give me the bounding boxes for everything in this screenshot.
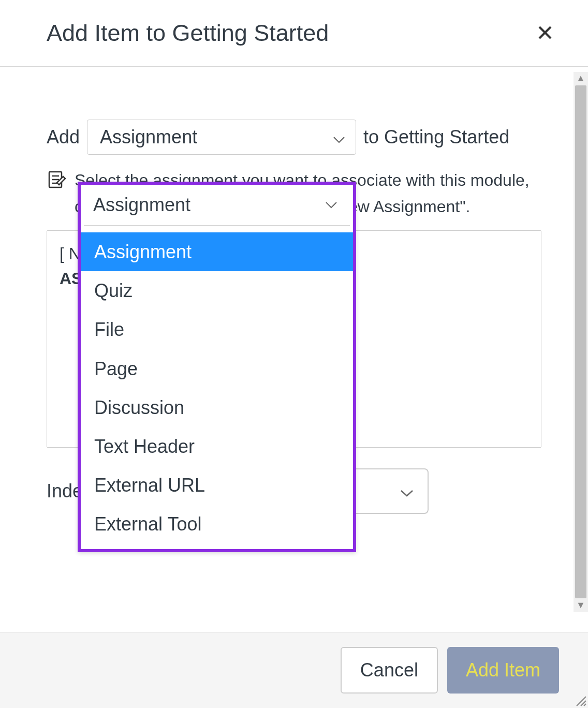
resize-grip[interactable] (574, 694, 587, 707)
add-type-line: Add Assignment to Getting Started (47, 119, 541, 156)
assignment-icon (47, 169, 67, 198)
close-icon (537, 25, 553, 40)
cancel-button[interactable]: Cancel (341, 647, 438, 694)
modal-header: Add Item to Getting Started (0, 0, 588, 67)
add-item-button[interactable]: Add Item (447, 647, 559, 694)
dropdown-option-file[interactable]: File (81, 310, 353, 349)
scroll-up-arrow[interactable]: ▲ (576, 72, 585, 85)
chevron-down-icon (333, 119, 345, 156)
dropdown-option-discussion[interactable]: Discussion (81, 388, 353, 427)
dropdown-option-assignment[interactable]: Assignment (81, 232, 353, 271)
vertical-scrollbar[interactable]: ▲ ▼ (574, 72, 588, 612)
modal-title: Add Item to Getting Started (47, 20, 329, 47)
dropdown-option-text-header[interactable]: Text Header (81, 427, 353, 466)
close-button[interactable] (533, 20, 557, 46)
item-type-selected-label: Assignment (100, 119, 197, 156)
add-prefix-text: Add (47, 119, 80, 156)
svg-line-8 (584, 704, 586, 706)
add-item-modal: Add Item to Getting Started Add Assignme… (0, 0, 588, 708)
chevron-down-icon (400, 480, 414, 502)
modal-footer: Cancel Add Item (0, 632, 588, 708)
dropdown-divider (84, 225, 350, 226)
dropdown-option-external-tool[interactable]: External Tool (81, 505, 353, 543)
dropdown-options-list: Assignment Quiz File Page Discussion Tex… (81, 185, 353, 549)
add-suffix-text: to Getting Started (363, 119, 509, 156)
dropdown-option-external-url[interactable]: External URL (81, 466, 353, 505)
scroll-down-arrow[interactable]: ▼ (576, 599, 585, 612)
scrollbar-thumb[interactable] (575, 85, 586, 598)
item-type-select[interactable]: Assignment (87, 120, 356, 155)
dropdown-option-page[interactable]: Page (81, 349, 353, 388)
item-type-dropdown-panel: Assignment Assignment Quiz File Page Dis… (78, 182, 356, 552)
dropdown-option-quiz[interactable]: Quiz (81, 271, 353, 310)
modal-body: Add Assignment to Getting Started (0, 67, 588, 632)
